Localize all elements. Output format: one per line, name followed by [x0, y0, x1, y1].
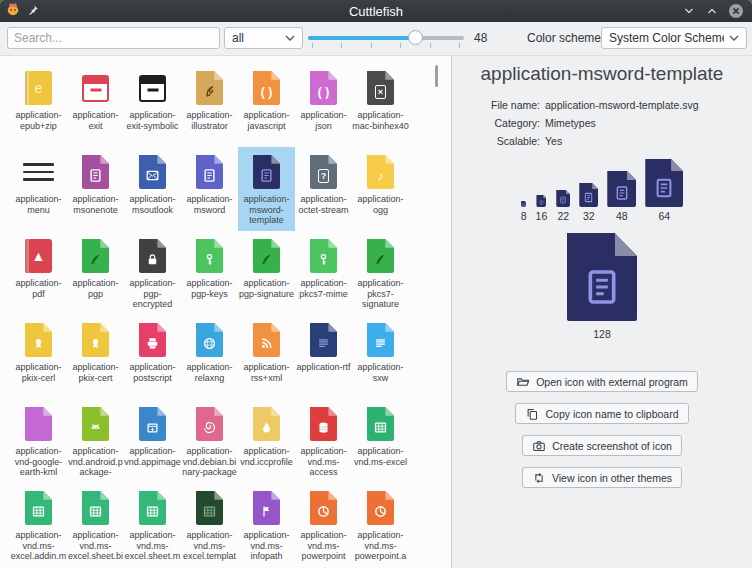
printer-glyph [145, 336, 160, 351]
icon-grid-item-application-menu[interactable]: application-menu [10, 147, 67, 231]
mimetype-icon: ? [304, 152, 344, 192]
file-icon [367, 407, 394, 441]
folder-open-icon [516, 375, 530, 389]
icon-label: application-exit-symbolic [126, 110, 178, 131]
file-icon [25, 491, 52, 525]
doc-glyph [583, 192, 594, 203]
search-input[interactable] [7, 27, 220, 49]
icon-grid-item-application-vnd.ms-powerpoint[interactable]: application-vnd.ms-powerpoint [295, 483, 352, 567]
open-icon-with-external-program-button[interactable]: Open icon with external program [506, 371, 698, 392]
file-icon [139, 323, 166, 357]
icon-grid-item-application-vnd.ms-excel.addin.m[interactable]: application-vnd.ms-excel.addin.m [10, 483, 67, 567]
icon-grid-item-application-exit[interactable]: application-exit [67, 63, 124, 147]
size-label: 64 [658, 210, 670, 222]
icon-grid-item-application-vnd.ms-access[interactable]: application-vnd.ms-access [295, 399, 352, 483]
icon-grid-item-application-pkcs7-signature[interactable]: application-pkcs7-signature [352, 231, 409, 315]
copy-icon-name-to-clipboard-button[interactable]: Copy icon name to clipboard [515, 403, 688, 424]
doc-glyph [539, 200, 544, 205]
slider-track[interactable] [308, 36, 464, 40]
icon-grid-item-application-vnd.ms-infopath[interactable]: application-vnd.ms-infopath [238, 483, 295, 567]
minimize-button[interactable] [682, 4, 696, 18]
icon-grid-item-application-vnd.appimage[interactable]: application-vnd.appimage [124, 399, 181, 483]
icon-grid-item-application-pgp-signature[interactable]: application-pgp-signature [238, 231, 295, 315]
icon-grid-item-application-msoutlook[interactable]: application-msoutlook [124, 147, 181, 231]
icon-grid-item-application-msonenote[interactable]: application-msonenote [67, 147, 124, 231]
icon-grid-item-application-msword-template[interactable]: application-msword-template [238, 147, 295, 231]
size-label: 22 [557, 210, 569, 222]
seal-glyph [88, 336, 103, 351]
icon-grid-item-application-pgp-keys[interactable]: application-pgp-keys [181, 231, 238, 315]
icon-grid-item-application-vnd.ms-powerpoint.a[interactable]: application-vnd.ms-powerpoint.a [352, 483, 409, 567]
icon-grid-item-application-vnd.iccprofile[interactable]: application-vnd.iccprofile [238, 399, 295, 483]
icon-grid-item-application-vnd.ms-excel.templat[interactable]: application-vnd.ms-excel.templat [181, 483, 238, 567]
icon-grid-item-application-postscript[interactable]: application-postscript [124, 315, 181, 399]
size-preview-22: 22 [556, 190, 570, 222]
view-icon-in-other-themes-button[interactable]: View icon in other themes [522, 467, 682, 488]
icon-grid-item-application-vnd.ms-excel.sheet.bi[interactable]: application-vnd.ms-excel.sheet.bi [67, 483, 124, 567]
mimetype-icon: e [19, 68, 59, 108]
file-icon: × [367, 71, 394, 105]
icon-grid-item-application-pgp-encrypted[interactable]: application-pgp-encrypted [124, 231, 181, 315]
icon-grid-item-application-vnd.android.package-[interactable]: application-vnd.android.package- [67, 399, 124, 483]
icon-grid-item-application-relaxng[interactable]: application-relaxng [181, 315, 238, 399]
icon-grid-item-application-pkix-cert[interactable]: application-pkix-cert [67, 315, 124, 399]
button-label: Open icon with external program [536, 376, 688, 388]
icon-grid-item-application-pkcs7-mime[interactable]: application-pkcs7-mime [295, 231, 352, 315]
icon-grid-item-application-vnd-google-earth-kml[interactable]: application-vnd-google-earth-kml [10, 399, 67, 483]
file-icon [82, 407, 109, 441]
icon-grid-item-application-mac-binhex40[interactable]: ×application-mac-binhex40 [352, 63, 409, 147]
create-screenshot-of-icon-button[interactable]: Create screenshot of icon [522, 435, 682, 456]
icon-grid-item-application-rtf[interactable]: application-rtf [295, 315, 352, 399]
envelope-glyph [145, 168, 160, 183]
size-slider[interactable] [308, 30, 464, 48]
icon-grid-item-application-exit-symbolic[interactable]: application-exit-symbolic [124, 63, 181, 147]
file-icon [82, 239, 109, 273]
icon-label: application-vnd.debian.binary-package [182, 446, 237, 478]
property-row: File name:application-msword-template.sv… [452, 96, 752, 114]
size-label: 48 [616, 210, 628, 222]
pin-icon[interactable] [27, 2, 39, 20]
close-button[interactable] [728, 3, 744, 19]
titlebar[interactable]: Cuttlefish [0, 0, 752, 22]
file-icon [82, 323, 109, 357]
slider-handle[interactable] [408, 30, 423, 45]
color-scheme-dropdown[interactable]: System Color Scheme [601, 27, 747, 49]
icon-grid-item-application-pkix-cerl[interactable]: application-pkix-cerl [10, 315, 67, 399]
icon-grid-item-application-ogg[interactable]: ♪application-ogg [352, 147, 409, 231]
mimetype-icon [19, 320, 59, 360]
icon-label: application-exit [72, 110, 118, 131]
grid-scrollbar-thumb[interactable] [435, 65, 438, 87]
action-buttons: Open icon with external programCopy icon… [452, 371, 752, 488]
mimetype-icon [361, 404, 401, 444]
mimetype-icon [190, 488, 230, 528]
property-label: File name: [452, 96, 540, 114]
icon-grid-item-application-epub+zip[interactable]: eapplication-epub+zip [10, 63, 67, 147]
icon-grid-item-application-pgp[interactable]: application-pgp [67, 231, 124, 315]
file-icon [536, 195, 546, 207]
icon-label: application-mac-binhex40 [352, 110, 409, 131]
cuttlefish-window: Cuttlefish all 48 Color scheme: System C… [0, 0, 752, 568]
icon-grid-item-application-json[interactable]: ( )application-json [295, 63, 352, 147]
icon-grid-item-application-javascript[interactable]: ( )application-javascript [238, 63, 295, 147]
icon-grid-item-application-illustrator[interactable]: application-illustrator [181, 63, 238, 147]
file-icon [567, 233, 637, 321]
icon-grid-item-application-octet-stream[interactable]: ?application-octet-stream [295, 147, 352, 231]
property-value: application-msword-template.svg [545, 96, 698, 114]
icon-grid-item-application-vnd.ms-excel.sheet.m[interactable]: application-vnd.ms-excel.sheet.m [124, 483, 181, 567]
icon-label: application-postscript [129, 362, 175, 383]
icon-grid-item-application-msword[interactable]: application-msword [181, 147, 238, 231]
icon-grid-item-application-pdf[interactable]: ▲application-pdf [10, 231, 67, 315]
color-scheme-label: Color scheme: [527, 31, 604, 45]
file-icon [556, 190, 570, 207]
category-dropdown[interactable]: all [224, 27, 303, 49]
icon-grid-item-application-rss+xml[interactable]: application-rss+xml [238, 315, 295, 399]
file-icon [367, 239, 394, 273]
window-shape-icon [139, 75, 166, 102]
icon-grid-item-application-vnd.ms-excel[interactable]: application-vnd.ms-excel [352, 399, 409, 483]
button-label: View icon in other themes [552, 472, 672, 484]
icon-grid-item-application-vnd.debian.binary-package[interactable]: application-vnd.debian.binary-package [181, 399, 238, 483]
doc-glyph [582, 267, 622, 307]
size-preview-32: 32 [579, 183, 598, 222]
maximize-button[interactable] [705, 4, 719, 18]
icon-grid-item-application-sxw[interactable]: application-sxw [352, 315, 409, 399]
